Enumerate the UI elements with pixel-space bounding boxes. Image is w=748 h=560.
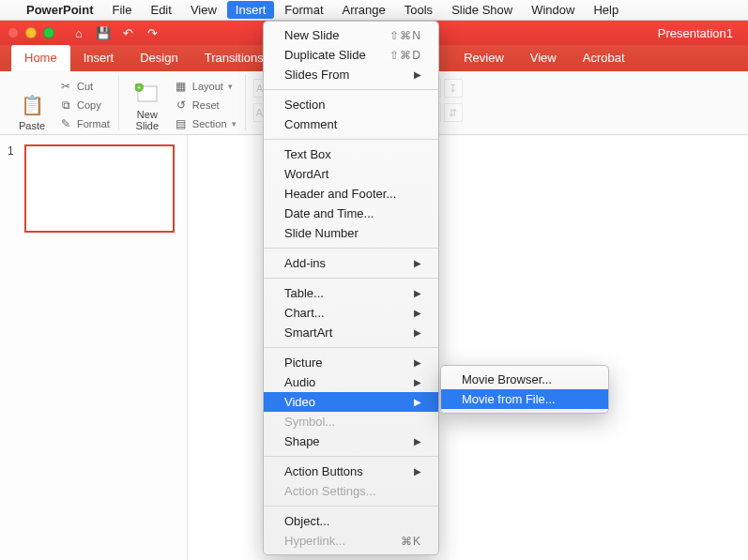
- qat-redo-icon[interactable]: ↷: [145, 26, 160, 40]
- menu-item-label: Section: [284, 98, 325, 112]
- slide-thumbnails-panel[interactable]: 1: [0, 135, 188, 560]
- reset-button[interactable]: ↺Reset: [172, 98, 239, 113]
- paste-button[interactable]: 📋 Paste: [9, 77, 54, 131]
- submenu-arrow-icon: ▶: [414, 397, 421, 407]
- ribbon-tab-insert[interactable]: Insert: [70, 45, 128, 71]
- insert-menu-smartart[interactable]: SmartArt▶: [264, 323, 438, 342]
- menu-tools[interactable]: Tools: [396, 1, 441, 19]
- insert-menu-date-and-time[interactable]: Date and Time...: [264, 204, 438, 223]
- submenu-arrow-icon: ▶: [414, 258, 421, 268]
- insert-menu-object[interactable]: Object...: [264, 511, 438, 531]
- paintbrush-icon: ✎: [59, 117, 72, 130]
- menu-separator: [264, 456, 438, 457]
- qat-save-icon[interactable]: 💾: [96, 26, 111, 40]
- menu-view[interactable]: View: [182, 1, 225, 19]
- cut-button[interactable]: ✂Cut: [56, 79, 113, 94]
- insert-menu-text-box[interactable]: Text Box: [264, 144, 438, 164]
- slides-group: + New Slide ▦Layout ↺Reset ▤Section: [121, 75, 246, 130]
- menu-item-label: Hyperlink...: [284, 534, 345, 548]
- submenu-arrow-icon: ▶: [414, 288, 421, 298]
- video-submenu-movie-browser[interactable]: Movie Browser...: [441, 370, 608, 389]
- menu-insert[interactable]: Insert: [227, 1, 275, 19]
- menu-item-label: Slide Number: [284, 226, 359, 240]
- scissors-icon: ✂: [59, 80, 72, 93]
- insert-menu-section[interactable]: Section: [264, 95, 438, 114]
- menu-item-label: SmartArt: [284, 325, 332, 340]
- text-direction-button[interactable]: ↧: [444, 79, 463, 98]
- submenu-arrow-icon: ▶: [414, 327, 421, 338]
- ribbon-tab-acrobat[interactable]: Acrobat: [570, 45, 638, 71]
- new-slide-icon: +: [134, 81, 160, 107]
- menu-item-label: Chart...: [284, 306, 325, 320]
- insert-menu-shape[interactable]: Shape▶: [264, 431, 438, 451]
- insert-menu-slides-from[interactable]: Slides From▶: [264, 65, 438, 84]
- menu-window[interactable]: Window: [523, 1, 583, 19]
- align-text-button[interactable]: ⇵: [444, 103, 463, 122]
- ribbon-tab-review[interactable]: Review: [450, 45, 517, 71]
- menu-edit[interactable]: Edit: [142, 1, 179, 19]
- insert-menu-table[interactable]: Table...▶: [264, 283, 438, 303]
- section-button[interactable]: ▤Section: [172, 116, 239, 131]
- menu-item-label: Slides From: [284, 68, 349, 82]
- insert-menu-duplicate-slide[interactable]: Duplicate Slide⇧⌘D: [264, 45, 438, 65]
- menu-item-label: Table...: [284, 286, 324, 300]
- menu-format[interactable]: Format: [276, 1, 331, 19]
- insert-menu-action-buttons[interactable]: Action Buttons▶: [264, 462, 438, 481]
- insert-menu-audio[interactable]: Audio▶: [264, 372, 438, 392]
- copy-label: Copy: [77, 99, 101, 111]
- ribbon-tab-view[interactable]: View: [517, 45, 570, 71]
- submenu-arrow-icon: ▶: [414, 357, 421, 368]
- menu-arrange[interactable]: Arrange: [334, 1, 394, 19]
- ribbon-tab-home[interactable]: Home: [11, 45, 70, 71]
- submenu-arrow-icon: ▶: [414, 308, 421, 318]
- menu-item-label: New Slide: [284, 28, 340, 42]
- section-label: Section: [192, 118, 227, 129]
- menu-item-label: Comment: [284, 117, 337, 131]
- thumbnail-number: 1: [8, 144, 19, 233]
- menu-separator: [264, 89, 438, 90]
- menu-item-label: Object...: [284, 514, 329, 528]
- insert-menu-wordart[interactable]: WordArt: [264, 164, 438, 184]
- insert-menu-symbol: Symbol...: [264, 412, 438, 431]
- new-slide-label: New Slide: [136, 109, 159, 131]
- menu-item-label: Shape: [284, 434, 320, 448]
- menu-item-label: Text Box: [284, 147, 331, 161]
- video-submenu-movie-from-file[interactable]: Movie from File...: [441, 389, 608, 409]
- menu-help[interactable]: Help: [585, 1, 627, 19]
- qat-home-icon[interactable]: ⌂: [71, 26, 86, 40]
- menu-slide-show[interactable]: Slide Show: [443, 1, 521, 19]
- insert-menu-new-slide[interactable]: New Slide⇧⌘N: [264, 25, 438, 45]
- thumbnail-row[interactable]: 1: [8, 144, 179, 233]
- menu-item-label: Symbol...: [284, 415, 335, 429]
- menu-shortcut: ⇧⌘D: [389, 49, 421, 62]
- insert-menu-add-ins[interactable]: Add-ins▶: [264, 253, 438, 273]
- insert-menu-chart[interactable]: Chart...▶: [264, 303, 438, 323]
- new-slide-button[interactable]: + New Slide: [125, 77, 170, 131]
- qat-undo-icon[interactable]: ↶: [120, 26, 135, 40]
- submenu-arrow-icon: ▶: [414, 377, 421, 387]
- minimize-window-button[interactable]: [25, 27, 37, 38]
- menu-separator: [264, 278, 438, 279]
- menu-file[interactable]: File: [104, 1, 141, 19]
- layout-button[interactable]: ▦Layout: [172, 79, 239, 94]
- insert-menu-video[interactable]: Video▶: [264, 392, 438, 412]
- video-submenu: Movie Browser...Movie from File...: [440, 365, 609, 414]
- menu-item-label: WordArt: [284, 167, 328, 181]
- insert-menu-header-and-footer[interactable]: Header and Footer...: [264, 184, 438, 204]
- quick-access-toolbar: ⌂ 💾 ↶ ↷: [71, 26, 160, 40]
- document-title: Presentation1: [658, 26, 733, 40]
- insert-menu-slide-number[interactable]: Slide Number: [264, 223, 438, 243]
- format-painter-button[interactable]: ✎Format: [56, 116, 113, 131]
- clipboard-group: 📋 Paste ✂Cut ⧉Copy ✎Format: [6, 75, 119, 130]
- traffic-lights: [8, 27, 54, 38]
- insert-menu-comment[interactable]: Comment: [264, 114, 438, 134]
- zoom-window-button[interactable]: [43, 27, 54, 38]
- copy-button[interactable]: ⧉Copy: [56, 98, 113, 113]
- menu-separator: [264, 139, 438, 140]
- ribbon-tab-design[interactable]: Design: [127, 45, 191, 71]
- menu-separator: [264, 347, 438, 348]
- close-window-button[interactable]: [8, 27, 19, 38]
- slide-thumbnail[interactable]: [24, 144, 175, 233]
- insert-menu-picture[interactable]: Picture▶: [264, 353, 438, 372]
- menu-app[interactable]: PowerPoint: [18, 1, 102, 19]
